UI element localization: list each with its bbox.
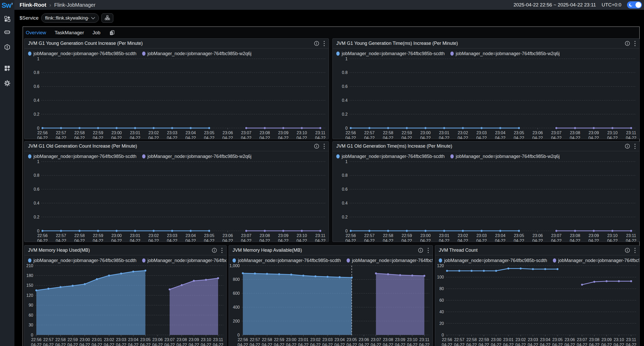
svg-text:04-22: 04-22 [401,136,412,139]
svg-text:04-22: 04-22 [201,343,211,346]
legend-item[interactable]: jobManager_node=jobmanager-764fbc985b-w2… [142,154,252,159]
svg-text:23:08: 23:08 [260,131,270,135]
svg-text:04-22: 04-22 [111,239,122,242]
kebab-menu-icon[interactable] [634,41,636,46]
svg-text:04-22: 04-22 [514,239,524,242]
time-range-picker[interactable]: 2025-04-22 22:56 ~ 2025-04-22 23:11 [513,2,596,8]
sitemap-icon [104,15,110,21]
legend-label: jobManager_node=jobmanager-764fbc985b-w2… [456,154,560,159]
svg-text:04-22: 04-22 [104,343,114,346]
kebab-menu-icon[interactable] [323,144,325,149]
svg-text:22:58: 22:58 [383,233,393,238]
theme-toggle[interactable] [627,1,642,9]
svg-text:23:04: 23:04 [334,337,345,342]
svg-text:04-22: 04-22 [401,239,412,242]
svg-text:0: 0 [31,333,33,337]
breadcrumb-root[interactable]: Flink-Root [20,2,46,8]
tab-taskmanager[interactable]: TaskManager [55,30,84,36]
kebab-menu-icon[interactable] [634,248,636,253]
info-icon[interactable] [314,41,319,46]
tab-overview[interactable]: Overview [26,30,46,36]
tab-job[interactable]: Job [92,30,100,36]
sidebar-item-alerting[interactable] [4,44,11,50]
kebab-menu-icon[interactable] [634,144,636,149]
svg-text:23:09: 23:09 [278,131,288,135]
legend-label: jobManager_node=jobmanager-764fbc985b-w2… [148,51,252,56]
sidebar-item-dashboards[interactable] [4,65,11,72]
info-icon[interactable] [625,248,630,253]
info-icon[interactable] [625,41,630,46]
svg-text:23:11: 23:11 [315,233,325,238]
chart-panel: JVM Thread Count jobManager_node=jobmana… [435,245,640,346]
svg-text:23:08: 23:08 [570,233,580,238]
chart-canvas[interactable]: 00.20.40.60.8122:5604-2222:5704-2222:580… [24,57,329,139]
svg-text:0.2: 0.2 [342,215,348,219]
svg-text:23:07: 23:07 [577,337,587,342]
svg-text:23:03: 23:03 [167,233,177,238]
svg-text:23:10: 23:10 [407,337,417,342]
chart-canvas[interactable]: 00.20.40.60.8122:5604-2222:5704-2222:580… [333,57,639,139]
legend-item[interactable]: jobManager_node=jobmanager-764fbc985b-sc… [336,154,445,159]
chart-panel: JVM G1 Old Generation Time(ms) Increase … [332,141,640,242]
chart-canvas[interactable]: 00.20.40.60.8122:5604-2222:5704-2222:580… [24,159,329,242]
legend-item[interactable]: jobManager_node=jobmanager-764fbc985b-sc… [28,51,136,56]
svg-text:20: 20 [439,321,444,326]
legend-item[interactable]: jobManager_node=jobmanager-764fbc985b-w2… [450,154,560,159]
info-icon[interactable] [418,248,423,253]
svg-text:0.8: 0.8 [34,70,39,75]
svg-text:22:57: 22:57 [56,131,66,135]
svg-text:04-22: 04-22 [56,136,66,139]
svg-text:22:56: 22:56 [37,233,48,238]
chart-canvas[interactable]: 030609012015018021022:5604-2222:5704-222… [24,264,226,346]
legend-item[interactable]: jobManager_node=jobmanager-764fbc985b-w2… [347,258,433,263]
legend-item[interactable]: jobManager_node=jobmanager-764fbc985b-sc… [439,258,547,263]
chart-canvas[interactable]: 02004006008001,00022:5604-2222:5704-2222… [229,264,433,346]
copy-tab-icon[interactable] [109,30,115,36]
legend-item[interactable]: jobManager_node=jobmanager-764fbc985b-w2… [142,51,252,56]
svg-text:22:57: 22:57 [56,233,66,238]
legend-item[interactable]: jobManager_node=jobmanager-764fbc985b-sc… [28,258,136,263]
legend-item[interactable]: jobManager_node=jobmanager-764fbc985b-sc… [336,51,445,56]
svg-text:0.4: 0.4 [342,201,348,205]
kebab-menu-icon[interactable] [427,248,429,253]
svg-text:23:11: 23:11 [419,337,430,342]
info-icon[interactable] [212,248,217,253]
svg-text:04-22: 04-22 [419,343,430,346]
panel-title: JVM G1 Young Generation Count Increase (… [28,41,143,46]
svg-text:30: 30 [29,323,33,327]
sidebar-item-marketplace[interactable] [4,15,11,22]
chart-canvas[interactable]: 02040608010012022:5604-2222:5704-2222:58… [435,264,639,346]
sidebar-item-services[interactable] [4,29,11,36]
chart-canvas[interactable]: 00.20.40.60.8122:5604-2222:5704-2222:580… [333,159,639,242]
svg-text:23:08: 23:08 [383,337,393,342]
skywalking-logo[interactable]: Sw’ [0,2,14,10]
legend-item[interactable]: jobManager_node=jobmanager-764fbc985b-w2… [142,258,227,263]
svg-text:04-22: 04-22 [222,239,233,242]
svg-text:23:00: 23:00 [420,233,431,238]
svg-text:0: 0 [345,126,348,130]
svg-text:04-22: 04-22 [298,343,309,346]
svg-text:150: 150 [26,283,33,288]
kebab-menu-icon[interactable] [323,41,325,46]
legend-item[interactable]: jobManager_node=jobmanager-764fbc985b-w2… [553,258,640,263]
topology-button[interactable] [101,13,113,23]
info-icon[interactable] [314,144,319,149]
svg-text:23:05: 23:05 [552,337,563,342]
legend-item[interactable]: jobManager_node=jobmanager-764fbc985b-w2… [450,51,560,56]
svg-text:04-22: 04-22 [310,343,321,346]
sidebar-item-settings[interactable] [4,80,11,87]
legend-item[interactable]: jobManager_node=jobmanager-764fbc985b-sc… [233,258,341,263]
svg-text:23:06: 23:06 [359,337,369,342]
chart-legend: jobManager_node=jobmanager-764fbc985b-sc… [439,257,639,264]
svg-text:04-22: 04-22 [148,136,159,139]
svg-text:04-22: 04-22 [346,239,356,242]
svg-text:23:07: 23:07 [165,337,175,342]
info-icon[interactable] [625,144,630,149]
svg-text:0.4: 0.4 [34,201,39,205]
svg-text:04-22: 04-22 [55,343,66,346]
kebab-menu-icon[interactable] [221,248,223,253]
service-select[interactable]: flink::flink.skywalking-showc... [41,13,99,23]
breadcrumb-current[interactable]: Flink-JobManager [54,2,95,8]
legend-item[interactable]: jobManager_node=jobmanager-764fbc985b-sc… [28,154,136,159]
svg-text:04-22: 04-22 [347,343,357,346]
